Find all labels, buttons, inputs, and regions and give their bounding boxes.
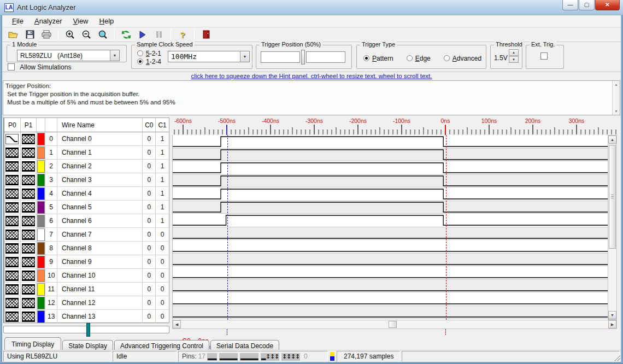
wire-name-cell[interactable]: Channel 9 bbox=[57, 255, 143, 268]
channel-color-cell[interactable] bbox=[37, 173, 45, 186]
p0-pattern-cell[interactable] bbox=[4, 214, 21, 227]
spinner-down-button[interactable]: ▼ bbox=[509, 56, 519, 63]
hint-scrollbar[interactable]: ▲ ▼ bbox=[612, 81, 620, 115]
tab-timing-display[interactable]: Timing Display bbox=[4, 337, 61, 350]
wire-name-cell[interactable]: Channel 1 bbox=[57, 146, 143, 159]
hint-collapse-link[interactable]: click here to squeeze down the Hint pane… bbox=[191, 73, 432, 79]
wire-name-cell[interactable]: Channel 2 bbox=[57, 160, 143, 173]
wire-name-cell[interactable]: Channel 12 bbox=[57, 296, 143, 309]
wire-name-cell[interactable]: Channel 5 bbox=[57, 201, 143, 214]
horizontal-scrollbar[interactable]: ◀ ▶ bbox=[172, 320, 617, 329]
p1-pattern-cell[interactable] bbox=[21, 296, 37, 309]
p0-pattern-cell[interactable] bbox=[4, 187, 21, 200]
exit-button[interactable] bbox=[199, 28, 213, 41]
menu-view[interactable]: View bbox=[68, 16, 94, 26]
zoom-fit-button[interactable] bbox=[96, 28, 110, 41]
p1-pattern-cell[interactable] bbox=[21, 132, 37, 145]
maximize-button[interactable]: ▢ bbox=[579, 0, 595, 10]
p1-pattern-cell[interactable] bbox=[21, 201, 37, 214]
channel-color-cell[interactable] bbox=[37, 214, 45, 227]
p0-pattern-cell[interactable] bbox=[4, 201, 21, 214]
scroll-right-icon[interactable]: ▶ bbox=[608, 320, 616, 328]
scroll-down-icon[interactable]: ▼ bbox=[608, 311, 616, 319]
p0-pattern-cell[interactable] bbox=[4, 173, 21, 186]
radio-1-2-4[interactable] bbox=[137, 58, 143, 64]
trigger-position-input-right[interactable] bbox=[306, 51, 345, 63]
p0-pattern-cell[interactable] bbox=[4, 255, 21, 268]
tab-serial-data-decode[interactable]: Serial Data Decode bbox=[210, 340, 279, 351]
channel-color-cell[interactable] bbox=[37, 201, 45, 214]
channel-color-cell[interactable] bbox=[37, 242, 45, 255]
ext-trig-checkbox[interactable] bbox=[540, 52, 548, 60]
scroll-up-icon[interactable]: ▲ bbox=[613, 81, 620, 88]
horizontal-scroll-thumb[interactable] bbox=[389, 321, 397, 328]
vertical-scroll-thumb[interactable] bbox=[609, 145, 616, 249]
allow-simulations-checkbox[interactable] bbox=[8, 63, 15, 71]
resize-grip[interactable] bbox=[613, 354, 620, 361]
cursor-c0-line[interactable] bbox=[446, 135, 446, 320]
channel-color-cell[interactable] bbox=[37, 228, 45, 241]
trigger-position-slider-thumb[interactable] bbox=[301, 50, 305, 64]
radio-edge[interactable] bbox=[407, 55, 413, 61]
wire-name-cell[interactable]: Channel 7 bbox=[57, 228, 143, 241]
wire-name-cell[interactable]: Channel 3 bbox=[57, 173, 143, 186]
open-button[interactable] bbox=[7, 28, 21, 41]
p0-pattern-cell[interactable] bbox=[4, 160, 21, 173]
print-button[interactable] bbox=[39, 28, 54, 41]
scroll-up-icon[interactable]: ▲ bbox=[608, 136, 616, 144]
p1-pattern-cell[interactable] bbox=[21, 173, 37, 186]
help-button[interactable]: ? bbox=[175, 28, 190, 41]
menu-help[interactable]: Help bbox=[94, 16, 120, 26]
channel-color-cell[interactable] bbox=[37, 283, 45, 296]
vertical-scrollbar[interactable]: ▲ ▼ bbox=[608, 135, 617, 320]
clock-speed-select[interactable]: 100MHz ▼ bbox=[168, 51, 250, 62]
time-ruler[interactable]: -600ns-500ns-400ns-300ns-200ns-100ns0ns1… bbox=[172, 118, 618, 135]
p1-pattern-cell[interactable] bbox=[21, 242, 37, 255]
radio-advanced[interactable] bbox=[444, 55, 450, 61]
p0-pattern-cell[interactable] bbox=[4, 269, 21, 282]
channel-color-cell[interactable] bbox=[37, 187, 45, 200]
channel-color-cell[interactable] bbox=[37, 160, 45, 173]
cursor-c1-line[interactable] bbox=[227, 135, 228, 320]
wire-name-cell[interactable]: Channel 11 bbox=[57, 283, 143, 296]
waveform-viewport[interactable] bbox=[172, 135, 608, 320]
pause-button[interactable] bbox=[152, 28, 166, 41]
p1-pattern-cell[interactable] bbox=[21, 146, 37, 159]
wire-name-cell[interactable]: Channel 13 bbox=[57, 310, 143, 323]
radio-5-2-1[interactable] bbox=[137, 50, 143, 56]
p0-pattern-cell[interactable] bbox=[4, 132, 21, 145]
trackbar-thumb[interactable] bbox=[86, 323, 90, 337]
wire-name-cell[interactable]: Channel 6 bbox=[57, 214, 143, 227]
trigger-position-input-left[interactable] bbox=[261, 51, 300, 63]
minimize-button[interactable]: — bbox=[562, 0, 578, 10]
save-button[interactable] bbox=[23, 28, 37, 41]
p0-pattern-cell[interactable] bbox=[4, 146, 21, 159]
p1-pattern-cell[interactable] bbox=[21, 160, 37, 173]
zoom-in-button[interactable] bbox=[63, 28, 77, 41]
p0-pattern-cell[interactable] bbox=[4, 242, 21, 255]
p1-pattern-cell[interactable] bbox=[21, 214, 37, 227]
wire-name-cell[interactable]: Channel 0 bbox=[57, 132, 143, 145]
tab-state-display[interactable]: State Display bbox=[62, 340, 113, 351]
scroll-down-icon[interactable]: ▼ bbox=[613, 108, 620, 115]
zoom-out-button[interactable] bbox=[79, 28, 93, 41]
p1-pattern-cell[interactable] bbox=[21, 283, 37, 296]
p1-pattern-cell[interactable] bbox=[21, 310, 37, 323]
module-select[interactable]: RL589ZLU (Ant18e) ▼ bbox=[17, 50, 120, 61]
wire-name-cell[interactable]: Channel 10 bbox=[57, 269, 143, 282]
p0-pattern-cell[interactable] bbox=[4, 296, 21, 309]
wire-name-cell[interactable]: Channel 4 bbox=[57, 187, 143, 200]
channel-color-cell[interactable] bbox=[37, 255, 45, 268]
p0-pattern-cell[interactable] bbox=[4, 283, 21, 296]
channel-color-cell[interactable] bbox=[37, 146, 45, 159]
p1-pattern-cell[interactable] bbox=[21, 269, 37, 282]
channel-color-cell[interactable] bbox=[37, 296, 45, 309]
tab-advanced-triggering-control[interactable]: Advanced Triggering Control bbox=[114, 340, 209, 351]
p0-pattern-cell[interactable] bbox=[4, 228, 21, 241]
menu-file[interactable]: File bbox=[7, 16, 29, 26]
channel-color-cell[interactable] bbox=[37, 269, 45, 282]
p0-pattern-cell[interactable] bbox=[4, 310, 21, 323]
channel-scroll-trackbar[interactable] bbox=[3, 326, 169, 333]
channel-color-cell[interactable] bbox=[37, 310, 45, 323]
wire-name-cell[interactable]: Channel 8 bbox=[57, 242, 143, 255]
